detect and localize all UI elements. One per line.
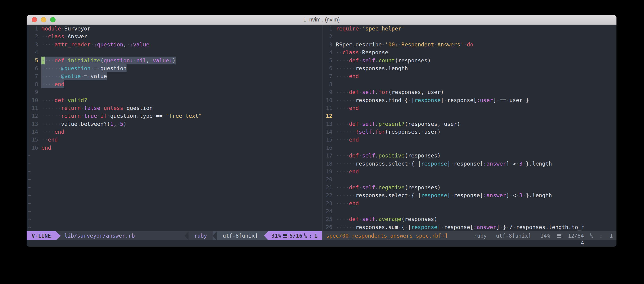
gap xyxy=(584,231,591,240)
code-line[interactable]: 5····def·initialize(question:·nil,·value… xyxy=(26,57,322,64)
code-text: require·'spec_helper' xyxy=(336,25,616,32)
code-line[interactable]: 9····def·self.for(responses,·user) xyxy=(322,88,616,96)
code-line[interactable]: 22······responses.select·{·|response|·re… xyxy=(322,191,616,199)
code-text: ····def·valid? xyxy=(42,96,322,104)
code-line[interactable]: 8 xyxy=(322,80,616,88)
code-line[interactable]: 2··class·Answer xyxy=(26,32,322,40)
code-line[interactable]: 4 xyxy=(26,48,322,56)
code-line[interactable]: 15··end xyxy=(26,136,322,143)
line-number: 8 xyxy=(26,80,38,88)
code-text: ····end xyxy=(336,199,616,207)
code-line[interactable]: 18······responses.select·{·|response|·re… xyxy=(322,160,616,168)
code-line[interactable]: 6······@question·=·question xyxy=(26,64,322,72)
code-line[interactable]: 7····end xyxy=(322,72,616,80)
code-text xyxy=(42,48,322,56)
code-text: ····end xyxy=(336,72,616,80)
code-line[interactable]: 9 xyxy=(26,88,322,96)
gap xyxy=(561,231,568,240)
code-line[interactable]: 17····def·self.positive(responses) xyxy=(322,152,616,159)
code-line[interactable]: 23····end xyxy=(322,199,616,207)
code-line[interactable]: 11······return·false·unless·question xyxy=(26,104,322,112)
line-number: 10 xyxy=(26,96,38,104)
minimize-button[interactable] xyxy=(41,17,46,22)
code-text: ······!self.for(responses,·user) xyxy=(336,128,616,136)
line-number: 12 xyxy=(26,112,38,120)
zoom-button[interactable] xyxy=(50,17,56,22)
empty-line-tilde: ~ xyxy=(26,223,31,231)
code-text: ····def·self.count(responses) xyxy=(336,57,616,64)
code-line[interactable]: 10······responses.find·{·|response|·resp… xyxy=(322,96,616,104)
powerline-left-arrow-icon xyxy=(184,231,188,240)
code-text: ····end xyxy=(336,104,616,112)
close-button[interactable] xyxy=(32,17,37,22)
line-number: 10 xyxy=(322,96,332,104)
code-line[interactable]: 21····def·self.negative(responses) xyxy=(322,184,616,191)
code-text: ······@question·=·question xyxy=(42,64,322,72)
code-line[interactable]: 14······!self.for(responses,·user) xyxy=(322,128,616,136)
tilde-row: ~ xyxy=(26,160,322,168)
code-text: ······responses.select·{·|response|·resp… xyxy=(336,160,616,168)
code-line[interactable]: 16 xyxy=(322,144,616,152)
line-number: 16 xyxy=(322,144,332,152)
line-number: 4 xyxy=(26,48,38,56)
code-line[interactable]: 12······return·true·if·question.type·==·… xyxy=(26,112,322,120)
empty-line-tilde: ~ xyxy=(26,199,31,207)
code-line[interactable]: 26······responses.sum·{·|response|·respo… xyxy=(322,223,616,231)
code-text: RSpec.describe·'00:·Respondent·Answers'·… xyxy=(336,41,616,48)
terminal-window: 1. nvim . (nvim) 1module·Surveyor2··clas… xyxy=(26,15,616,247)
code-line[interactable]: 3RSpec.describe·'00:·Respondent·Answers'… xyxy=(322,41,616,48)
powerline-left-arrow-icon xyxy=(212,231,217,240)
line-number: 1 xyxy=(26,25,38,32)
code-line[interactable]: 16end xyxy=(26,144,322,152)
code-text: ····def·initialize(question:·nil,·value:… xyxy=(42,57,322,64)
code-line[interactable]: 2 xyxy=(322,32,616,40)
code-line[interactable]: 25····def·self.average(responses) xyxy=(322,215,616,223)
code-text: ····end xyxy=(336,168,616,175)
code-text: module·Surveyor xyxy=(42,25,322,32)
code-line[interactable]: 5····def·self.count(responses) xyxy=(322,57,616,64)
code-line[interactable]: 19····end xyxy=(322,168,616,175)
code-line[interactable]: 8····end xyxy=(26,80,322,88)
nvim-split-view: 1module·Surveyor2··class·Answer3····attr… xyxy=(26,25,616,240)
code-line[interactable]: 3····attr_reader·:question,·:value xyxy=(26,41,322,48)
code-line[interactable]: 4··class·Response xyxy=(322,48,616,56)
code-text: ······return·true·if·question.type·==·"f… xyxy=(42,112,322,120)
code-line[interactable]: 12 xyxy=(322,112,616,120)
code-line[interactable]: 13····def·self.present?(responses,·user) xyxy=(322,120,616,128)
code-line[interactable]: 1module·Surveyor xyxy=(26,25,322,32)
code-line[interactable]: 6······responses.length xyxy=(322,64,616,72)
command-line[interactable]: 4 xyxy=(26,240,616,247)
tilde-row: ~ xyxy=(26,152,322,159)
desktop: 1. nvim . (nvim) 1module·Surveyor2··clas… xyxy=(0,0,644,284)
empty-line-tilde: ~ xyxy=(26,191,31,199)
line-number: 3 xyxy=(322,41,332,48)
code-line[interactable]: 11····end xyxy=(322,104,616,112)
code-line[interactable]: 1require·'spec_helper' xyxy=(322,25,616,32)
code-text xyxy=(336,207,616,215)
left-code-area[interactable]: 1module·Surveyor2··class·Answer3····attr… xyxy=(26,25,322,231)
code-text: ··class·Answer xyxy=(42,32,322,40)
statusline-spacer xyxy=(448,231,474,240)
code-line[interactable]: 24 xyxy=(322,207,616,215)
code-line[interactable]: 7······@value·=·value xyxy=(26,72,322,80)
code-text: ····end xyxy=(42,128,322,136)
code-line[interactable]: 10····def·valid? xyxy=(26,96,322,104)
window-controls xyxy=(32,15,56,24)
window-titlebar[interactable]: 1. nvim . (nvim) xyxy=(26,15,616,25)
code-line[interactable]: 13······value.between?(1,·5) xyxy=(26,120,322,128)
code-text: ······return·false·unless·question xyxy=(42,104,322,112)
powerline-left-arrow-icon xyxy=(264,231,268,240)
code-line[interactable]: 20 xyxy=(322,175,616,183)
statusline-spacer xyxy=(138,231,184,240)
line-number: 9 xyxy=(322,88,332,96)
line-number: 6 xyxy=(26,64,38,72)
code-line[interactable]: 14····end xyxy=(26,128,322,136)
line-number: 14 xyxy=(26,128,38,136)
code-text: ····def·self.present?(responses,·user) xyxy=(336,120,616,128)
pending-command: 4 xyxy=(581,240,584,246)
right-code-area[interactable]: 1require·'spec_helper'23RSpec.describe·'… xyxy=(322,25,616,231)
code-line[interactable]: 15····end xyxy=(322,136,616,143)
line-number: 26 xyxy=(322,223,332,231)
active-file-path: lib/surveyor/answer.rb xyxy=(60,231,138,240)
column-separator: : xyxy=(599,231,602,240)
